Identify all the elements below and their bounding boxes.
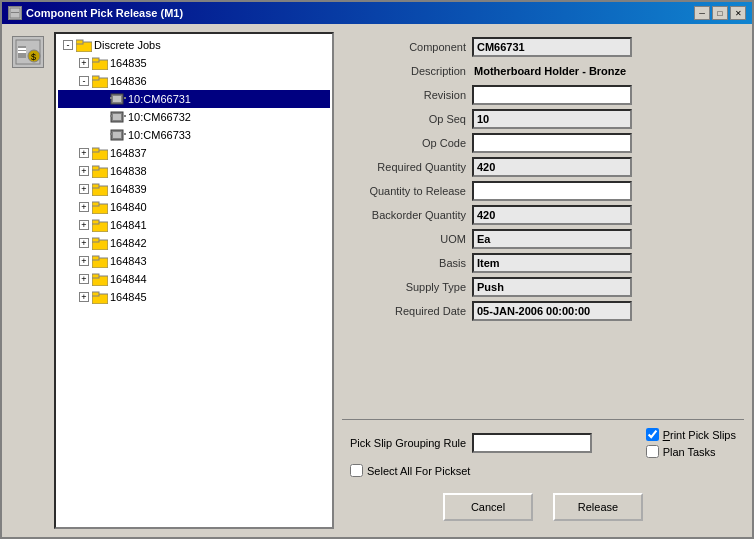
tree-root[interactable]: - Discrete Jobs (58, 36, 330, 54)
tree-item-CM66732[interactable]: 10:CM66732 (58, 108, 330, 126)
label-164836: 164836 (110, 75, 147, 87)
supply-type-input[interactable] (472, 277, 632, 297)
op-seq-input[interactable] (472, 109, 632, 129)
tree-item-164838[interactable]: + 164838 (58, 162, 330, 180)
svg-rect-5 (18, 51, 26, 53)
print-pick-slips-checkbox[interactable] (646, 428, 659, 441)
plan-tasks-checkbox[interactable] (646, 445, 659, 458)
bottom-row2: Select All For Pickset (350, 464, 736, 477)
main-content: $ - (2, 24, 752, 537)
svg-rect-23 (113, 132, 121, 138)
uom-label: UOM (342, 233, 472, 245)
tree-item-CM66731[interactable]: 10:CM66731 (58, 90, 330, 108)
cancel-button[interactable]: Cancel (443, 493, 533, 521)
label-164842: 164842 (110, 237, 147, 249)
root-expander[interactable]: - (60, 37, 76, 53)
label-CM66733: 10:CM66733 (128, 129, 191, 141)
op-seq-label: Op Seq (342, 113, 472, 125)
title-bar: Component Pick Release (M1) ─ □ ✕ (2, 2, 752, 24)
folder-icon-164843 (92, 254, 108, 268)
svg-rect-4 (18, 48, 26, 50)
release-button[interactable]: Release (553, 493, 643, 521)
tree-item-164844[interactable]: + 164844 (58, 270, 330, 288)
maximize-button[interactable]: □ (712, 6, 728, 20)
minimize-button[interactable]: ─ (694, 6, 710, 20)
tree-scroll[interactable]: - Discrete Jobs + (56, 34, 332, 527)
component-icon-CM66731 (110, 92, 126, 106)
component-label: Component (342, 41, 472, 53)
uom-input[interactable] (472, 229, 632, 249)
expander-CM66731 (94, 91, 110, 107)
folder-icon-164837 (92, 146, 108, 160)
description-label: Description (342, 65, 472, 77)
component-input[interactable] (472, 37, 632, 57)
expander-164845[interactable]: + (76, 289, 92, 305)
label-164845: 164845 (110, 291, 147, 303)
window-title: Component Pick Release (M1) (26, 7, 183, 19)
app-icon: $ (12, 36, 44, 68)
expander-164841[interactable]: + (76, 217, 92, 233)
expander-164838[interactable]: + (76, 163, 92, 179)
expander-164840[interactable]: + (76, 199, 92, 215)
folder-icon-164835 (92, 56, 108, 70)
tree-item-CM66733[interactable]: 10:CM66733 (58, 126, 330, 144)
svg-rect-11 (92, 58, 99, 62)
svg-rect-43 (92, 292, 99, 296)
label-164835: 164835 (110, 57, 147, 69)
tree-item-164835[interactable]: + 164835 (58, 54, 330, 72)
expander-164842[interactable]: + (76, 235, 92, 251)
label-CM66732: 10:CM66732 (128, 111, 191, 123)
quantity-to-release-label: Quantity to Release (342, 185, 472, 197)
tree-item-164836[interactable]: - 164836 (58, 72, 330, 90)
tree-item-164840[interactable]: + 164840 (58, 198, 330, 216)
component-icon-CM66732 (110, 110, 126, 124)
expander-164836[interactable]: - (76, 73, 92, 89)
svg-rect-31 (92, 184, 99, 188)
op-code-input[interactable] (472, 133, 632, 153)
required-date-input[interactable] (472, 301, 632, 321)
select-all-checkbox[interactable] (350, 464, 363, 477)
tree-item-164845[interactable]: + 164845 (58, 288, 330, 306)
expander-164835[interactable]: + (76, 55, 92, 71)
op-seq-row: Op Seq (342, 108, 744, 130)
tree-item-164839[interactable]: + 164839 (58, 180, 330, 198)
expander-164843[interactable]: + (76, 253, 92, 269)
window-icon (8, 6, 22, 20)
print-pick-slips-label: Print Pick Slips (663, 429, 736, 441)
required-date-label: Required Date (342, 305, 472, 317)
revision-input[interactable] (472, 85, 632, 105)
tree-item-164837[interactable]: + 164837 (58, 144, 330, 162)
tree-item-164842[interactable]: + 164842 (58, 234, 330, 252)
folder-icon-164845 (92, 290, 108, 304)
quantity-to-release-input[interactable] (472, 181, 632, 201)
required-date-row: Required Date (342, 300, 744, 322)
backorder-quantity-label: Backorder Quantity (342, 209, 472, 221)
checkbox-section: Print Pick Slips Plan Tasks (646, 428, 736, 458)
label-164841: 164841 (110, 219, 147, 231)
folder-icon-164836 (92, 74, 108, 88)
svg-rect-19 (113, 114, 121, 120)
bottom-row1: Pick Slip Grouping Rule Print Pick Slips… (350, 428, 736, 458)
folder-icon-164838 (92, 164, 108, 178)
svg-text:$: $ (31, 52, 36, 62)
backorder-quantity-input[interactable] (472, 205, 632, 225)
expander-164844[interactable]: + (76, 271, 92, 287)
svg-rect-13 (92, 76, 99, 80)
title-bar-left: Component Pick Release (M1) (8, 6, 183, 20)
expander-164839[interactable]: + (76, 181, 92, 197)
plan-tasks-label: Plan Tasks (663, 446, 716, 458)
expander-164837[interactable]: + (76, 145, 92, 161)
tree-item-164843[interactable]: + 164843 (58, 252, 330, 270)
title-bar-buttons: ─ □ ✕ (694, 6, 746, 20)
grouping-rule-input[interactable] (472, 433, 592, 453)
svg-rect-9 (76, 40, 83, 44)
svg-rect-15 (113, 96, 121, 102)
basis-input[interactable] (472, 253, 632, 273)
required-quantity-input[interactable] (472, 157, 632, 177)
close-button[interactable]: ✕ (730, 6, 746, 20)
tree-item-164841[interactable]: + 164841 (58, 216, 330, 234)
svg-rect-37 (92, 238, 99, 242)
supply-type-row: Supply Type (342, 276, 744, 298)
svg-rect-33 (92, 202, 99, 206)
revision-row: Revision (342, 84, 744, 106)
